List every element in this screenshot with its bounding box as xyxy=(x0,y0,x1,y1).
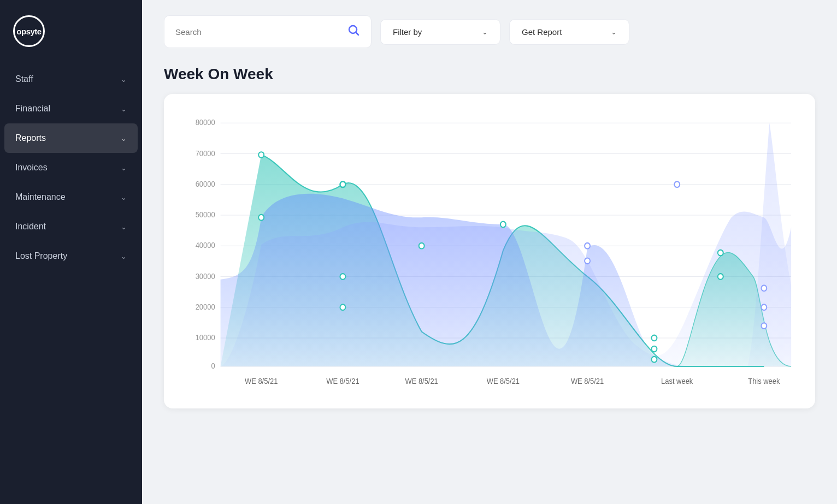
sidebar-item-label-reports: Reports xyxy=(15,133,46,143)
chevron-down-icon: ⌄ xyxy=(121,134,127,143)
svg-text:WE 8/5/21: WE 8/5/21 xyxy=(571,377,604,385)
svg-point-28 xyxy=(651,346,657,352)
chevron-down-icon: ⌄ xyxy=(121,252,127,260)
svg-point-31 xyxy=(718,274,723,280)
logo: opsyte xyxy=(13,15,45,47)
svg-text:WE 8/5/21: WE 8/5/21 xyxy=(405,377,438,385)
sidebar-item-staff[interactable]: Staff ⌄ xyxy=(0,64,142,94)
svg-point-36 xyxy=(761,304,767,310)
svg-point-22 xyxy=(340,181,345,187)
sidebar-item-label-invoices: Invoices xyxy=(15,163,48,173)
svg-text:40000: 40000 xyxy=(196,241,215,250)
svg-text:Last week: Last week xyxy=(661,377,693,385)
sidebar-item-label-incident: Incident xyxy=(15,222,46,232)
svg-text:20000: 20000 xyxy=(196,303,215,311)
svg-text:30000: 30000 xyxy=(196,272,215,280)
svg-point-20 xyxy=(258,152,264,158)
chart-section: Week On Week xyxy=(164,66,815,408)
filter-by-label: Filter by xyxy=(393,27,422,37)
svg-line-1 xyxy=(356,33,359,35)
chevron-down-icon: ⌄ xyxy=(121,75,127,84)
sidebar-item-maintenance[interactable]: Maintenance ⌄ xyxy=(0,182,142,212)
svg-point-25 xyxy=(419,243,425,249)
svg-point-35 xyxy=(761,285,767,291)
week-on-week-chart: 80000 70000 60000 50000 40000 30000 2000… xyxy=(177,111,802,395)
svg-text:10000: 10000 xyxy=(196,334,215,342)
sidebar-item-label-staff: Staff xyxy=(15,74,33,84)
svg-point-23 xyxy=(340,274,345,280)
svg-text:WE 8/5/21: WE 8/5/21 xyxy=(487,377,520,385)
get-report-dropdown[interactable]: Get Report ⌄ xyxy=(509,19,629,45)
search-input[interactable] xyxy=(175,27,340,37)
logo-area: opsyte xyxy=(0,0,142,64)
svg-text:0: 0 xyxy=(211,362,215,370)
get-report-label: Get Report xyxy=(522,27,562,37)
svg-point-26 xyxy=(500,222,506,228)
svg-point-27 xyxy=(651,335,657,341)
svg-point-33 xyxy=(585,258,590,264)
chart-container: 80000 70000 60000 50000 40000 30000 2000… xyxy=(177,111,802,395)
search-box xyxy=(164,15,372,48)
chart-card: 80000 70000 60000 50000 40000 30000 2000… xyxy=(164,94,815,408)
chevron-down-icon: ⌄ xyxy=(121,223,127,231)
sidebar-item-financial[interactable]: Financial ⌄ xyxy=(0,94,142,123)
sidebar-item-incident[interactable]: Incident ⌄ xyxy=(0,212,142,241)
svg-point-32 xyxy=(585,243,590,249)
svg-text:This week: This week xyxy=(748,377,780,385)
sidebar-item-label-maintenance: Maintenance xyxy=(15,192,66,202)
svg-text:WE 8/5/21: WE 8/5/21 xyxy=(326,377,359,385)
filter-by-dropdown[interactable]: Filter by ⌄ xyxy=(380,19,500,45)
svg-text:70000: 70000 xyxy=(196,149,215,157)
svg-point-34 xyxy=(674,181,680,187)
sidebar-item-reports[interactable]: Reports ⌄ xyxy=(4,123,138,153)
search-icon xyxy=(347,23,360,40)
sidebar-item-lost-property[interactable]: Lost Property ⌄ xyxy=(0,241,142,271)
svg-text:80000: 80000 xyxy=(196,118,215,127)
svg-point-21 xyxy=(258,215,264,221)
sidebar-item-label-financial: Financial xyxy=(15,104,50,114)
svg-text:60000: 60000 xyxy=(196,180,215,188)
svg-text:50000: 50000 xyxy=(196,211,215,219)
svg-point-37 xyxy=(761,323,767,329)
main-content: Filter by ⌄ Get Report ⌄ Week On Week xyxy=(142,0,837,504)
chevron-down-icon: ⌄ xyxy=(611,28,617,36)
topbar: Filter by ⌄ Get Report ⌄ xyxy=(164,15,815,48)
sidebar-item-invoices[interactable]: Invoices ⌄ xyxy=(0,153,142,182)
chevron-down-icon: ⌄ xyxy=(121,164,127,172)
svg-point-24 xyxy=(340,304,345,310)
chevron-down-icon: ⌄ xyxy=(482,28,488,36)
svg-text:WE 8/5/21: WE 8/5/21 xyxy=(245,377,278,385)
chevron-down-icon: ⌄ xyxy=(121,105,127,113)
sidebar-nav: Staff ⌄ Financial ⌄ Reports ⌄ Invoices ⌄… xyxy=(0,64,142,504)
chevron-down-icon: ⌄ xyxy=(121,193,127,201)
svg-point-30 xyxy=(718,250,723,256)
chart-title: Week On Week xyxy=(164,66,815,83)
sidebar-item-label-lost-property: Lost Property xyxy=(15,251,67,261)
svg-point-29 xyxy=(651,357,657,363)
sidebar: opsyte Staff ⌄ Financial ⌄ Reports ⌄ Inv… xyxy=(0,0,142,504)
